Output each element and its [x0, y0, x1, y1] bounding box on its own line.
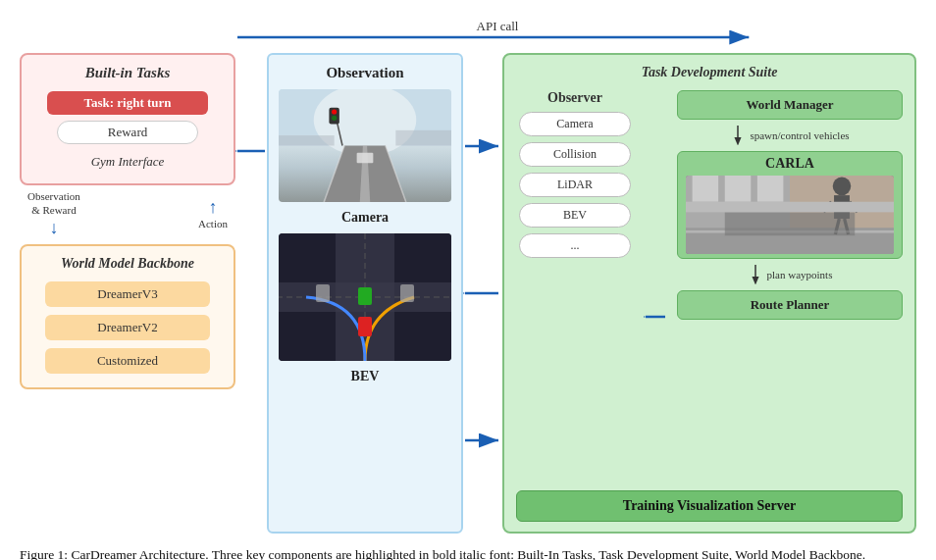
route-planner-box: Route Planner	[677, 290, 903, 320]
svg-rect-42	[725, 176, 752, 202]
built-in-tasks-title: Built-in Tasks	[85, 65, 171, 81]
world-model-box: World Model Backbone DreamerV3 DreamerV2…	[20, 244, 235, 389]
bev-image	[279, 233, 451, 361]
svg-point-15	[332, 109, 337, 114]
svg-rect-24	[358, 287, 372, 305]
svg-rect-23	[358, 317, 372, 336]
action-label: Action	[198, 218, 228, 229]
gym-interface-label: Gym Interface	[91, 154, 165, 170]
svg-rect-43	[757, 176, 784, 202]
carla-scene-image	[686, 176, 894, 254]
collision-observer-pill: Collision	[519, 142, 631, 167]
up-arrow-action: ↑	[209, 197, 218, 218]
world-manager-column: World Manager spawn/control vehicles CAR…	[677, 90, 903, 484]
bev-observer-pill: BEV	[519, 203, 631, 228]
svg-rect-17	[357, 153, 374, 163]
observation-road-image	[279, 89, 451, 202]
right-arrows-group	[463, 53, 502, 534]
svg-rect-26	[400, 284, 414, 302]
observer-title: Observer	[547, 90, 602, 106]
observation-reward-label: Observation& Reward	[27, 189, 80, 218]
carla-lidar-arrow	[644, 149, 667, 484]
reward-pill: Reward	[57, 121, 198, 144]
bev-label: BEV	[279, 369, 451, 384]
built-in-tasks-box: Built-in Tasks Task: right turn Reward G…	[20, 53, 235, 185]
plan-waypoints-label: plan waypoints	[677, 265, 903, 284]
carla-box: CARLA	[677, 151, 903, 259]
right-task-dev-column: Task Development Suite Observer Camera C…	[502, 53, 916, 534]
svg-rect-53	[686, 202, 894, 213]
route-planner-title: Route Planner	[686, 297, 894, 313]
svg-point-45	[833, 178, 852, 196]
observation-center-column: Observation	[267, 53, 463, 534]
dreamer-v2-pill: DreamerV2	[45, 315, 211, 340]
task-dev-title: Task Development Suite	[516, 65, 903, 80]
training-vis-title: Training Visualization Server	[527, 498, 892, 514]
world-manager-box: World Manager	[677, 90, 903, 120]
caption-text: Figure 1: CarDreamer Architecture. Three…	[20, 547, 865, 560]
svg-rect-41	[693, 176, 719, 202]
reward-arrow-connector	[235, 53, 267, 534]
svg-rect-25	[316, 284, 330, 302]
camera-observer-pill: Camera	[519, 112, 631, 136]
svg-rect-52	[725, 212, 856, 235]
training-vis-box: Training Visualization Server	[516, 490, 903, 522]
world-manager-title: World Manager	[686, 97, 894, 113]
world-model-title: World Model Backbone	[61, 256, 194, 272]
observer-column: Observer Camera Collision LiDAR BEV ...	[516, 90, 634, 484]
observation-title: Observation	[279, 65, 451, 81]
right-inner-layout: Observer Camera Collision LiDAR BEV ...	[516, 90, 903, 484]
carla-title: CARLA	[765, 156, 814, 172]
down-arrow-obs: ↓	[49, 218, 58, 238]
camera-title: Camera	[279, 210, 451, 226]
lidar-observer-pill: LiDAR	[519, 173, 631, 197]
svg-point-16	[332, 116, 337, 121]
dots-observer-pill: ...	[519, 233, 631, 258]
svg-text:API call: API call	[477, 19, 519, 33]
customized-pill: Customized	[45, 348, 211, 374]
obs-action-arrows: Observation& Reward ↓ ↑ Action	[20, 185, 235, 242]
dreamer-v3-pill: DreamerV3	[45, 281, 211, 307]
figure-caption: Figure 1: CarDreamer Architecture. Three…	[20, 545, 916, 560]
svg-rect-11	[279, 135, 335, 145]
left-column: Built-in Tasks Task: right turn Reward G…	[20, 53, 235, 534]
task-right-turn-label: Task: right turn	[47, 91, 207, 115]
svg-rect-12	[395, 130, 451, 146]
spawn-control-label: spawn/control vehicles	[677, 126, 903, 145]
